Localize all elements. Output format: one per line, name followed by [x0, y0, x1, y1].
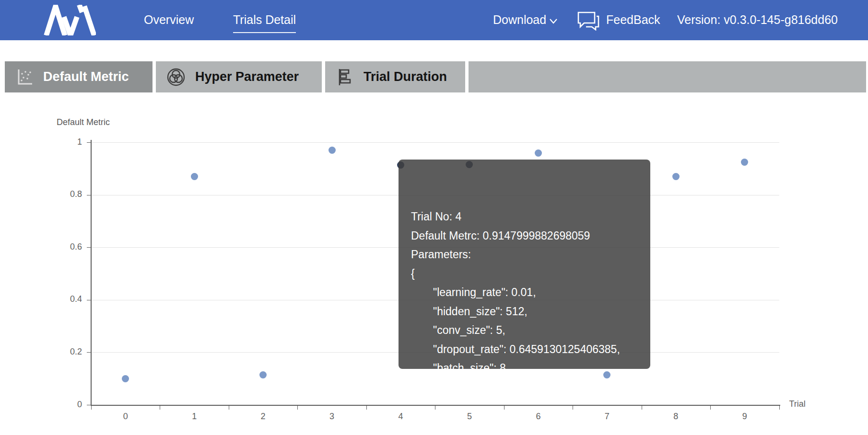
venn-diagram-icon	[166, 68, 186, 87]
x-axis-tick	[160, 406, 160, 410]
x-axis-label: 9	[734, 412, 755, 422]
x-axis-tick	[91, 406, 92, 410]
scatter-chart-icon	[15, 68, 34, 86]
y-axis-label: 0	[48, 400, 82, 410]
x-axis-tick	[779, 406, 780, 410]
data-point-trial-3[interactable]	[328, 147, 336, 154]
chevron-down-icon	[550, 17, 557, 26]
chart-title: Default Metric	[57, 117, 110, 127]
feedback-chat-icon[interactable]	[576, 11, 600, 33]
tab-trial-duration[interactable]: Trial Duration	[325, 61, 465, 92]
x-axis-tick	[710, 406, 711, 410]
y-axis-label: 0.8	[48, 189, 82, 199]
x-axis-tick	[642, 406, 642, 410]
tab-label: Hyper Parameter	[195, 69, 299, 84]
feedback-link[interactable]: FeedBack	[606, 13, 660, 27]
data-point-trial-8[interactable]	[672, 173, 680, 180]
tooltip-content: Trial No: 4Default Metrc: 0.914799988269…	[411, 207, 638, 397]
tooltip-line: "dropout_rate": 0.6459130125406385,	[411, 340, 638, 359]
data-point-trial-2[interactable]	[259, 371, 267, 378]
x-axis-tick	[366, 406, 367, 410]
top-navbar: Overview Trials Detail Download FeedBack…	[0, 0, 868, 40]
tooltip-line: Default Metrc: 0.9147999882698059	[411, 227, 638, 246]
tooltip-line: "learning_rate": 0.01,	[411, 283, 638, 302]
tab-label: Trial Duration	[364, 69, 447, 84]
tooltip-line: "conv_size": 5,	[411, 321, 638, 340]
tab-label: Default Metric	[43, 69, 129, 84]
x-axis-label: 1	[184, 412, 205, 422]
nni-logo	[42, 5, 96, 37]
tooltip-line: "hidden_size": 512,	[411, 302, 638, 321]
x-axis-tick	[229, 406, 229, 410]
data-point-trial-0[interactable]	[122, 375, 129, 382]
y-axis-label: 0.4	[48, 294, 82, 304]
x-axis-label: 4	[390, 412, 411, 422]
x-axis-label: 8	[665, 412, 686, 422]
x-axis-label: 2	[253, 412, 274, 422]
horizontal-bars-icon	[336, 68, 354, 86]
data-point-trial-9[interactable]	[741, 159, 748, 166]
y-axis-label: 0.2	[48, 347, 82, 357]
tooltip-line: {	[411, 264, 638, 284]
tab-hyper-parameter[interactable]: Hyper Parameter	[156, 61, 322, 92]
y-axis-line	[91, 140, 92, 406]
tab-default-metric[interactable]: Default Metric	[5, 61, 152, 92]
data-point-trial-6[interactable]	[535, 149, 542, 157]
y-axis-label: 1	[48, 137, 82, 147]
download-button[interactable]: Download	[493, 13, 546, 27]
x-axis-name: Trial	[789, 399, 806, 409]
tooltip-line: Trial No: 4	[411, 207, 638, 227]
tooltip-line: Parameters:	[411, 245, 638, 264]
data-point-trial-1[interactable]	[191, 173, 198, 180]
gridline	[91, 142, 779, 143]
x-axis-tick	[297, 406, 298, 410]
x-axis-label: 3	[321, 412, 342, 422]
chart-tab-bar: Default Metric Hyper Parameter Trial Dur…	[0, 61, 868, 92]
x-axis-label: 0	[115, 412, 136, 422]
trial-tooltip: Trial No: 4Default Metrc: 0.914799988269…	[399, 160, 650, 369]
nav-item-overview[interactable]: Overview	[144, 13, 194, 27]
nav-item-trials-detail[interactable]: Trials Detail	[233, 13, 296, 33]
tooltip-line: "batch_size": 8	[411, 359, 638, 378]
y-axis-label: 0.6	[48, 242, 82, 252]
tab-bar-filler	[469, 61, 866, 92]
version-label: Version: v0.3.0-145-g816dd60	[677, 13, 838, 27]
tooltip-line: }	[411, 378, 638, 397]
